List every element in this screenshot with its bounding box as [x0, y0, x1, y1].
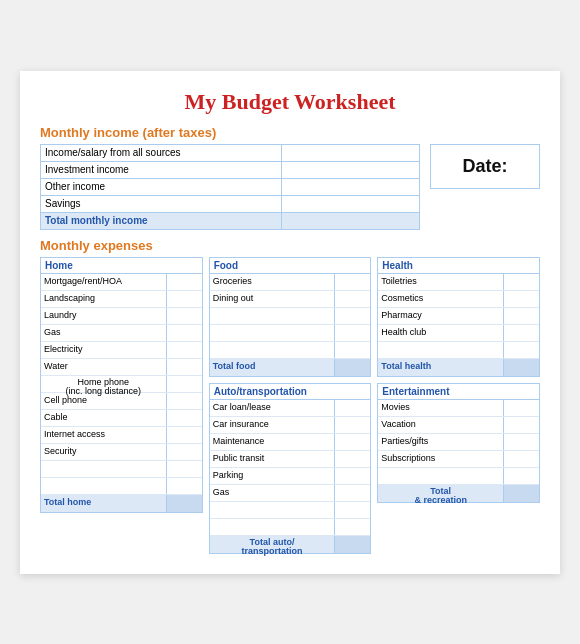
expense-value[interactable]: [334, 536, 370, 553]
income-area: Income/salary from all sourcesInvestment…: [40, 144, 540, 230]
expense-value[interactable]: [166, 461, 202, 477]
expense-row: Laundry: [41, 308, 202, 325]
expense-label: Parties/gifts: [378, 434, 503, 450]
expense-value[interactable]: [334, 485, 370, 501]
expense-value[interactable]: [334, 342, 370, 358]
income-value[interactable]: [282, 161, 420, 178]
expense-row: Movies: [378, 400, 539, 417]
expense-value[interactable]: [334, 468, 370, 484]
expense-label: Pharmacy: [378, 308, 503, 324]
expense-label: Cosmetics: [378, 291, 503, 307]
expense-row: [41, 478, 202, 495]
expense-value[interactable]: [503, 417, 539, 433]
income-label: Income/salary from all sources: [41, 144, 282, 161]
expense-label: Water: [41, 359, 166, 375]
expense-label: Home phone(inc. long distance): [41, 376, 166, 392]
expense-row: Car loan/lease: [210, 400, 371, 417]
home-title: Home: [41, 258, 202, 274]
income-value[interactable]: [282, 195, 420, 212]
date-box: Date:: [430, 144, 540, 189]
expense-value[interactable]: [503, 468, 539, 484]
auto-table: Auto/transportation Car loan/leaseCar in…: [209, 383, 372, 554]
expense-label: [378, 342, 503, 358]
expense-label: [210, 342, 335, 358]
expense-value[interactable]: [334, 417, 370, 433]
expense-row: Cable: [41, 410, 202, 427]
expense-value[interactable]: [166, 308, 202, 324]
expense-row: [41, 461, 202, 478]
expense-value[interactable]: [334, 291, 370, 307]
expense-value[interactable]: [166, 495, 202, 512]
expense-label: Internet access: [41, 427, 166, 443]
expense-row: Water: [41, 359, 202, 376]
expense-label: [210, 325, 335, 341]
expense-row: [378, 468, 539, 485]
expense-value[interactable]: [334, 325, 370, 341]
expense-value[interactable]: [334, 400, 370, 416]
expense-row: Subscriptions: [378, 451, 539, 468]
expense-row: Security: [41, 444, 202, 461]
expense-value[interactable]: [503, 325, 539, 341]
expense-row: [210, 502, 371, 519]
expense-row: [378, 342, 539, 359]
home-section: Home Mortgage/rent/HOALandscapingLaundry…: [40, 257, 203, 554]
expense-value[interactable]: [166, 359, 202, 375]
expense-row: Internet access: [41, 427, 202, 444]
expense-value[interactable]: [334, 502, 370, 518]
expense-label: Dining out: [210, 291, 335, 307]
expense-value[interactable]: [503, 451, 539, 467]
total-row: Total health: [378, 359, 539, 376]
food-table: Food GroceriesDining outTotal food: [209, 257, 372, 377]
expense-value[interactable]: [166, 478, 202, 494]
entertainment-table: Entertainment MoviesVacationParties/gift…: [377, 383, 540, 503]
expense-label: Total home: [41, 495, 166, 512]
expense-value[interactable]: [503, 274, 539, 290]
expense-row: Electricity: [41, 342, 202, 359]
expense-value[interactable]: [334, 434, 370, 450]
expense-value[interactable]: [503, 434, 539, 450]
expense-row: Landscaping: [41, 291, 202, 308]
expense-value[interactable]: [503, 308, 539, 324]
expenses-section-title: Monthly expenses: [40, 238, 540, 253]
income-label: Investment income: [41, 161, 282, 178]
expense-value[interactable]: [334, 274, 370, 290]
expense-label: Groceries: [210, 274, 335, 290]
expense-label: Mortgage/rent/HOA: [41, 274, 166, 290]
expense-value[interactable]: [166, 376, 202, 392]
expense-value[interactable]: [166, 410, 202, 426]
expense-label: Movies: [378, 400, 503, 416]
expense-label: Laundry: [41, 308, 166, 324]
expense-value[interactable]: [334, 359, 370, 376]
expense-row: Pharmacy: [378, 308, 539, 325]
expense-value[interactable]: [166, 393, 202, 409]
expense-label: [41, 478, 166, 494]
expense-value[interactable]: [503, 485, 539, 502]
expense-row: Public transit: [210, 451, 371, 468]
income-value[interactable]: [282, 178, 420, 195]
expense-value[interactable]: [334, 519, 370, 535]
income-value[interactable]: [282, 212, 420, 229]
expense-value[interactable]: [334, 308, 370, 324]
expense-row: Health club: [378, 325, 539, 342]
expense-value[interactable]: [166, 444, 202, 460]
expense-row: Cosmetics: [378, 291, 539, 308]
expense-row: Car insurance: [210, 417, 371, 434]
expense-value[interactable]: [503, 291, 539, 307]
expense-label: [210, 308, 335, 324]
expense-value[interactable]: [166, 274, 202, 290]
expense-row: Gas: [41, 325, 202, 342]
expense-value[interactable]: [166, 291, 202, 307]
expense-value[interactable]: [503, 342, 539, 358]
expense-label: Total food: [210, 359, 335, 376]
expense-label: [378, 468, 503, 484]
expense-label: Health club: [378, 325, 503, 341]
expense-value[interactable]: [166, 325, 202, 341]
expense-value[interactable]: [334, 451, 370, 467]
expense-value[interactable]: [166, 342, 202, 358]
health-title: Health: [378, 258, 539, 274]
expense-label: Car insurance: [210, 417, 335, 433]
expense-value[interactable]: [166, 427, 202, 443]
expense-value[interactable]: [503, 359, 539, 376]
expense-value[interactable]: [503, 400, 539, 416]
income-value[interactable]: [282, 144, 420, 161]
